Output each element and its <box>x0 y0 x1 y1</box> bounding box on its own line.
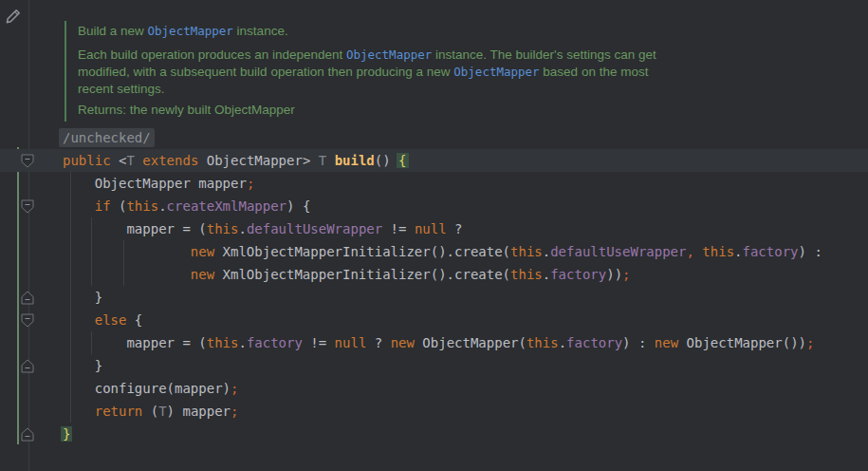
doc-code-reference: ObjectMapper <box>346 47 432 62</box>
code-token: . <box>158 198 166 214</box>
code-token: { <box>126 312 142 328</box>
doc-text: based on the most <box>540 65 649 79</box>
code-token: )) <box>606 267 622 282</box>
doc-text: Build a new <box>78 24 148 38</box>
fold-collapse-icon[interactable] <box>21 199 34 214</box>
code-token: defaultUseWrapper <box>247 221 382 236</box>
fold-marker-glyph <box>21 199 34 214</box>
code-line[interactable]: } <box>0 423 868 445</box>
folded-annotation-line[interactable]: /unchecked/ <box>0 126 868 149</box>
code-token: ? <box>366 335 390 350</box>
code-token: null <box>415 221 447 236</box>
code-token: mapper = ( <box>63 221 207 236</box>
code-token: extends <box>142 153 198 168</box>
code-line[interactable]: new XmlObjectMapperInitializer().create(… <box>0 240 868 263</box>
code-token <box>63 198 95 214</box>
code-token: < <box>111 153 127 168</box>
fold-marker-glyph <box>21 291 34 305</box>
code-token: XmlObjectMapperInitializer().create( <box>214 267 510 282</box>
code-token: . <box>734 244 742 259</box>
code-token: return <box>95 404 143 419</box>
code-token: new <box>391 335 415 350</box>
doc-comment-line: Returns: the newly built ObjectMapper <box>78 102 295 119</box>
code-token: build <box>335 153 375 168</box>
code-token: this <box>510 244 543 259</box>
code-token: this <box>126 198 158 214</box>
code-token: . <box>559 335 566 350</box>
fold-expand-end-icon[interactable] <box>21 291 34 305</box>
code-line[interactable]: mapper = (this.factory != null ? new Obj… <box>0 331 868 354</box>
code-token: this <box>510 267 543 282</box>
code-line[interactable]: if (this.createXmlMapper) { <box>0 195 868 217</box>
code-token: ( <box>142 404 158 419</box>
fold-expand-end-icon[interactable] <box>21 427 34 442</box>
code-token: } <box>61 426 72 442</box>
code-token: () <box>375 153 398 168</box>
doc-text: instance. The builder's settings can get <box>432 47 656 62</box>
pencil-edit-icon-glyph <box>3 6 24 27</box>
code-line[interactable]: else { <box>0 309 868 331</box>
code-token: ; <box>622 267 630 282</box>
folded-annotation-chip[interactable]: /unchecked/ <box>59 128 155 147</box>
doc-code-reference: ObjectMapper <box>453 65 539 79</box>
fold-collapse-icon[interactable] <box>21 313 34 328</box>
code-token: factory <box>743 244 799 259</box>
code-line[interactable]: mapper = (this.defaultUseWrapper != null… <box>0 217 868 240</box>
code-token: defaultUseWrapper <box>550 244 686 259</box>
method-signature-line[interactable]: public <T extends ObjectMapper> T build(… <box>0 149 868 172</box>
doc-comment-line: recent settings. <box>78 81 165 98</box>
fold-collapse-icon[interactable] <box>21 154 34 168</box>
code-token: XmlObjectMapperInitializer().create( <box>214 244 510 259</box>
code-line[interactable]: configure(mapper); <box>0 377 868 400</box>
code-token: . <box>238 335 246 350</box>
doc-text: recent settings. <box>78 82 165 96</box>
doc-comment-line: Each build operation produces an indepen… <box>78 47 656 64</box>
code-token: ; <box>231 381 238 396</box>
code-token: { <box>397 153 408 168</box>
code-token: public <box>63 153 111 168</box>
code-token: createXmlMapper <box>167 198 286 214</box>
code-token: } <box>63 358 102 373</box>
doc-text: modified, with a subsequent build operat… <box>78 65 453 79</box>
code-token: . <box>543 244 550 259</box>
code-line[interactable]: ObjectMapper mapper; <box>0 172 868 195</box>
code-token: this <box>207 221 239 236</box>
doc-comment-line: Build a new ObjectMapper instance. <box>78 23 288 40</box>
code-token: else <box>95 312 127 328</box>
code-token: ) { <box>286 198 310 214</box>
code-token: mapper = ( <box>63 335 207 350</box>
code-token <box>63 312 95 328</box>
code-token: new <box>655 335 678 350</box>
code-token: ; <box>231 404 238 419</box>
code-token: factory <box>550 267 606 282</box>
code-token: ; <box>247 176 254 191</box>
fold-marker-glyph <box>21 154 34 168</box>
code-line[interactable]: return (T) mapper; <box>0 400 868 423</box>
fold-marker-glyph <box>21 427 34 442</box>
doc-text: instance. <box>233 24 288 38</box>
code-token: factory <box>247 335 303 350</box>
doc-code-reference: ObjectMapper <box>148 24 233 38</box>
pencil-edit-icon[interactable] <box>2 6 25 28</box>
code-token: null <box>335 335 367 350</box>
code-token: ObjectMapper()) <box>678 335 806 350</box>
code-token: factory <box>566 335 622 350</box>
code-token: new <box>191 244 214 259</box>
doc-comment-border <box>65 21 66 122</box>
code-token <box>326 153 334 168</box>
code-line[interactable]: } <box>0 354 868 377</box>
doc-comment-line: modified, with a subsequent build operat… <box>78 64 648 81</box>
code-token: ; <box>806 335 814 350</box>
code-editor: Build a new ObjectMapper instance.Each b… <box>0 0 868 471</box>
doc-text: Returns: the newly built ObjectMapper <box>78 103 295 117</box>
code-token: if <box>95 198 111 214</box>
code-token: ) mapper <box>167 404 231 419</box>
code-token <box>63 244 191 259</box>
code-token: T <box>319 153 326 168</box>
code-token: ObjectMapper( <box>415 335 526 350</box>
code-line[interactable]: } <box>0 286 868 309</box>
code-token: this <box>702 244 734 259</box>
code-token: . <box>238 221 246 236</box>
code-line[interactable]: new XmlObjectMapperInitializer().create(… <box>0 263 868 286</box>
fold-expand-end-icon[interactable] <box>21 359 34 373</box>
